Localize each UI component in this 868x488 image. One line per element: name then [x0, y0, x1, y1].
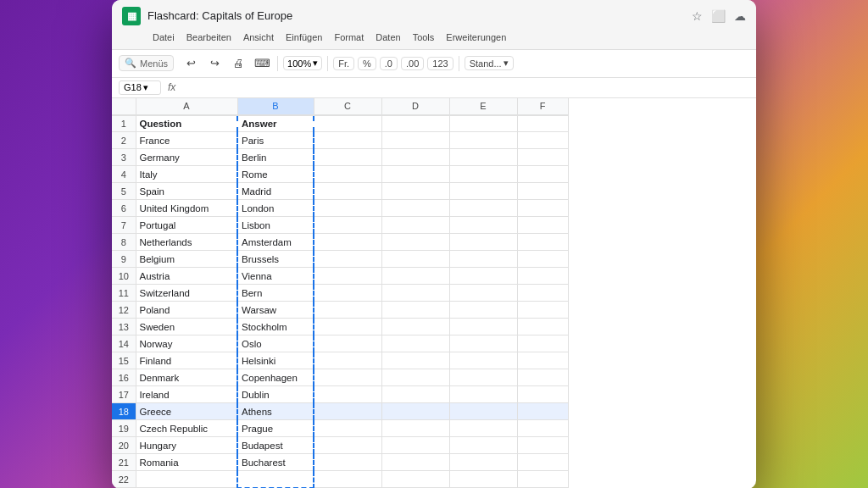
cell-d10[interactable]	[381, 268, 449, 285]
cell-d19[interactable]	[381, 420, 449, 437]
cell-f15[interactable]	[517, 352, 568, 369]
cell-c16[interactable]	[314, 369, 381, 386]
cell-b1[interactable]: Answer	[237, 115, 314, 132]
cell-a16[interactable]: Denmark	[136, 369, 237, 386]
cell-d21[interactable]	[381, 454, 449, 471]
cell-c14[interactable]	[314, 336, 381, 352]
row-number[interactable]: 12	[112, 302, 136, 319]
cell-c2[interactable]	[314, 132, 381, 149]
cell-e5[interactable]	[449, 183, 517, 200]
cell-b9[interactable]: Brussels	[237, 251, 314, 268]
cell-e13[interactable]	[449, 319, 517, 336]
row-number[interactable]: 18	[112, 403, 136, 420]
cell-c8[interactable]	[314, 234, 381, 251]
row-number[interactable]: 3	[112, 149, 136, 166]
cell-c21[interactable]	[314, 454, 381, 471]
cell-a17[interactable]: Ireland	[136, 386, 237, 403]
cell-b18[interactable]: Athens	[237, 403, 314, 420]
folder-icon[interactable]: ⬜	[711, 9, 726, 23]
cell-a1[interactable]: Question	[136, 115, 237, 132]
cell-d14[interactable]	[381, 336, 449, 352]
cell-d7[interactable]	[381, 217, 449, 234]
cell-d22[interactable]	[381, 471, 449, 488]
cell-f9[interactable]	[517, 251, 568, 268]
cell-f14[interactable]	[517, 336, 568, 352]
cell-b12[interactable]: Warsaw	[237, 302, 314, 319]
cell-e10[interactable]	[449, 268, 517, 285]
zoom-control[interactable]: 100% ▾	[283, 56, 322, 70]
cell-c19[interactable]	[314, 420, 381, 437]
cell-f2[interactable]	[517, 132, 568, 149]
cell-a19[interactable]: Czech Republic	[136, 420, 237, 437]
cell-c4[interactable]	[314, 166, 381, 183]
cell-f21[interactable]	[517, 454, 568, 471]
cell-b22[interactable]	[237, 471, 314, 488]
cell-c3[interactable]	[314, 149, 381, 166]
cell-b15[interactable]: Helsinki	[237, 352, 314, 369]
cell-reference-box[interactable]: G18 ▾	[119, 80, 161, 95]
cell-c17[interactable]	[314, 386, 381, 403]
menu-erweiterungen[interactable]: Erweiterungen	[441, 30, 511, 44]
cell-e16[interactable]	[449, 369, 517, 386]
cell-f6[interactable]	[517, 200, 568, 217]
cell-d17[interactable]	[381, 386, 449, 403]
cell-e3[interactable]	[449, 149, 517, 166]
cell-f16[interactable]	[517, 369, 568, 386]
row-number[interactable]: 14	[112, 336, 136, 352]
menu-format[interactable]: Format	[329, 30, 369, 44]
row-number[interactable]: 8	[112, 234, 136, 251]
menu-tools[interactable]: Tools	[408, 30, 440, 44]
col-e-header[interactable]: E	[449, 98, 517, 115]
cell-c5[interactable]	[314, 183, 381, 200]
paint-format-button[interactable]: ⌨	[252, 53, 272, 74]
row-number[interactable]: 2	[112, 132, 136, 149]
cell-f4[interactable]	[517, 166, 568, 183]
sheet-content[interactable]: A B C D E F 1QuestionAnswer2FranceParis3…	[112, 98, 756, 489]
cell-d13[interactable]	[381, 319, 449, 336]
cell-f1[interactable]	[517, 115, 568, 132]
decimal-dec-button[interactable]: .0	[380, 57, 398, 70]
cell-f7[interactable]	[517, 217, 568, 234]
col-c-header[interactable]: C	[314, 98, 381, 115]
cell-e8[interactable]	[449, 234, 517, 251]
cell-b19[interactable]: Prague	[237, 420, 314, 437]
row-number[interactable]: 10	[112, 268, 136, 285]
cell-f10[interactable]	[517, 268, 568, 285]
row-number[interactable]: 21	[112, 454, 136, 471]
cell-a7[interactable]: Portugal	[136, 217, 237, 234]
row-number[interactable]: 15	[112, 352, 136, 369]
cell-d15[interactable]	[381, 352, 449, 369]
print-button[interactable]: 🖨	[228, 53, 248, 74]
cell-a22[interactable]	[136, 471, 237, 488]
cell-b14[interactable]: Oslo	[237, 336, 314, 352]
cell-c22[interactable]	[314, 471, 381, 488]
cell-a13[interactable]: Sweden	[136, 319, 237, 336]
cell-d3[interactable]	[381, 149, 449, 166]
cell-d18[interactable]	[381, 403, 449, 420]
cell-b17[interactable]: Dublin	[237, 386, 314, 403]
cell-f22[interactable]	[517, 471, 568, 488]
cell-b10[interactable]: Vienna	[237, 268, 314, 285]
cell-e15[interactable]	[449, 352, 517, 369]
cell-f13[interactable]	[517, 319, 568, 336]
row-number[interactable]: 17	[112, 386, 136, 403]
cell-a11[interactable]: Switzerland	[136, 285, 237, 302]
cell-c13[interactable]	[314, 319, 381, 336]
cell-b13[interactable]: Stockholm	[237, 319, 314, 336]
cell-d16[interactable]	[381, 369, 449, 386]
cell-a21[interactable]: Romania	[136, 454, 237, 471]
row-number[interactable]: 9	[112, 251, 136, 268]
menu-ansicht[interactable]: Ansicht	[238, 30, 279, 44]
cell-f3[interactable]	[517, 149, 568, 166]
cell-a9[interactable]: Belgium	[136, 251, 237, 268]
cell-f20[interactable]	[517, 437, 568, 454]
cell-f18[interactable]	[517, 403, 568, 420]
cell-a5[interactable]: Spain	[136, 183, 237, 200]
menu-einfuegen[interactable]: Einfügen	[281, 30, 327, 44]
cell-a4[interactable]: Italy	[136, 166, 237, 183]
cloud-icon[interactable]: ☁	[734, 9, 746, 23]
cell-b21[interactable]: Bucharest	[237, 454, 314, 471]
cell-e22[interactable]	[449, 471, 517, 488]
cell-f11[interactable]	[517, 285, 568, 302]
cell-ref-dropdown[interactable]: ▾	[143, 82, 148, 93]
